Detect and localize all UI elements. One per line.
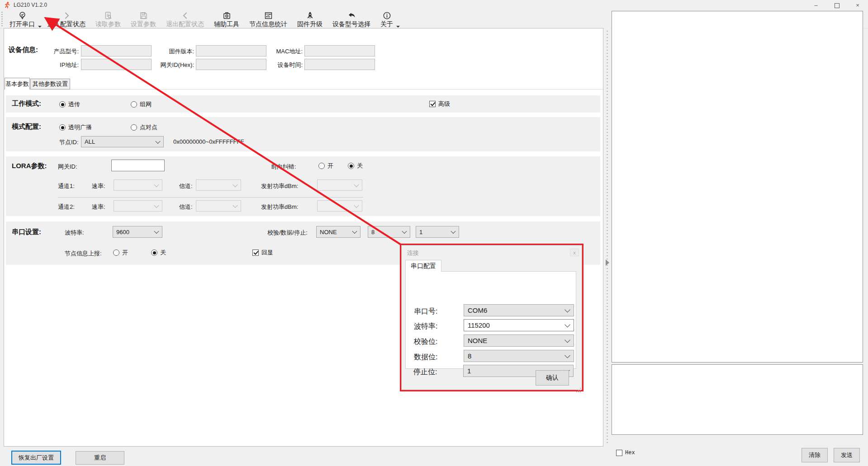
node-id-label: 节点ID: (59, 138, 79, 146)
splitter-collapse-icon[interactable] (606, 259, 609, 266)
toolbar-enter-config[interactable]: 进入配置状态 (43, 10, 90, 28)
baud-dropdown[interactable]: 9600 (113, 226, 162, 238)
info-icon (382, 11, 392, 20)
channel1-power-dropdown (317, 179, 362, 191)
toolbar-model-select[interactable]: 设备型号选择 (327, 10, 375, 28)
node-report-off-radio[interactable]: 关 (151, 249, 166, 257)
radio-transparent[interactable]: 透传 (59, 100, 80, 108)
lora-params-label: LORA参数: (12, 162, 47, 170)
checkbox-icon (429, 101, 436, 107)
toolbar-exit-config: 退出配置状态 (161, 10, 209, 28)
echo-checkbox[interactable]: 回显 (252, 249, 273, 257)
receive-log-panel (612, 11, 863, 362)
tab-other-params[interactable]: 其他参数设置 (30, 79, 70, 89)
minimize-button[interactable]: – (806, 0, 826, 10)
send-button[interactable]: 发送 (834, 448, 860, 462)
channel1-chan-dropdown (196, 179, 241, 191)
databits-dropdown[interactable]: 8 (368, 226, 410, 238)
node-id-dropdown[interactable]: ALL (81, 136, 164, 147)
lora-gateway-id-input[interactable] (111, 160, 165, 171)
field-label-device-time: 设备时间: (265, 61, 303, 69)
toolbar-node-stats[interactable]: 节点信息统计 (244, 10, 292, 28)
radio-icon (151, 249, 157, 256)
radio-networking[interactable]: 组网 (131, 100, 152, 108)
serial-config-dialog: 连接 x 串口配置 串口号: COM6 波特率: 115200 校验位: NON… (401, 245, 582, 390)
toolbar-aux-tools[interactable]: 辅助工具 (209, 10, 244, 28)
floppy-icon (139, 11, 148, 20)
titlebar: LG210 V1.2.0 – × (0, 0, 868, 10)
stopbits-dropdown[interactable]: 1 (416, 226, 459, 238)
dialog-tab-serial-config[interactable]: 串口配置 (405, 260, 441, 272)
dialog-title: 连接 (407, 249, 419, 257)
dialog-resize-grip[interactable] (580, 388, 581, 389)
mac-address-input (304, 45, 375, 56)
hex-checkbox[interactable]: Hex (616, 450, 635, 456)
splitter[interactable] (604, 28, 611, 447)
open-serial-dropdown-caret-icon[interactable] (38, 26, 42, 28)
dialog-parity-dropdown[interactable]: NONE (464, 334, 574, 347)
stats-icon (264, 11, 273, 20)
send-input-panel[interactable] (612, 364, 863, 435)
toolbar-gripper[interactable] (1, 12, 3, 26)
radio-icon (348, 163, 354, 169)
dialog-baud-label: 波特率: (414, 322, 437, 331)
fec-off-radio[interactable]: 关 (348, 162, 363, 170)
doc-search-icon (104, 11, 113, 20)
parity-data-stop-label: 校验/数据/停止: (267, 229, 308, 237)
about-dropdown-caret-icon[interactable] (396, 26, 400, 28)
channel2-label: 通道2: (58, 203, 75, 211)
product-model-input (81, 45, 152, 56)
channel2-power-dropdown (317, 200, 362, 212)
channel1-rate-dropdown (114, 179, 162, 191)
window-title: LG210 V1.2.0 (14, 2, 47, 8)
fec-on-radio[interactable]: 开 (318, 162, 333, 170)
tab-basic-params[interactable]: 基本参数 (5, 78, 30, 89)
close-icon: × (856, 2, 859, 9)
advanced-checkbox[interactable]: 高级 (429, 100, 450, 108)
fec-label: 前向纠错: (271, 163, 296, 171)
toolbar-firmware-upgrade[interactable]: 固件升级 (292, 10, 327, 28)
channel2-rate-label: 速率: (92, 203, 105, 211)
radio-icon (318, 163, 325, 169)
channel1-label: 通道1: (58, 182, 75, 190)
channel-divider (58, 197, 363, 198)
mode-config-label: 模式配置: (12, 122, 41, 131)
radio-icon (131, 101, 137, 108)
ip-address-input (81, 59, 152, 70)
clear-button[interactable]: 清除 (802, 448, 828, 462)
chevron-right-icon (62, 11, 71, 20)
toolbar-about[interactable]: 关于 (375, 10, 398, 28)
chevron-left-icon (180, 11, 190, 20)
restart-button[interactable]: 重启 (76, 451, 124, 465)
channel1-power-label: 发射功率dBm: (261, 182, 298, 190)
restore-button[interactable] (826, 0, 847, 10)
toolbar-set-params: 设置参数 (126, 10, 161, 28)
com-port-dropdown[interactable]: COM6 (464, 304, 574, 316)
checkbox-icon (252, 249, 259, 256)
channel2-chan-dropdown (196, 200, 241, 212)
minimize-icon: – (814, 2, 817, 9)
toolbar-read-params: 读取参数 (90, 10, 126, 28)
radio-icon (59, 124, 66, 131)
dialog-confirm-button[interactable]: 确认 (536, 370, 569, 386)
dialog-close-button[interactable]: x (570, 249, 579, 256)
baud-label: 波特率: (65, 229, 84, 237)
field-label-ip-address: IP地址: (31, 61, 79, 69)
dialog-parity-label: 校验位: (414, 337, 437, 347)
toolbox-icon (222, 11, 232, 20)
dialog-databits-dropdown[interactable]: 8 (464, 350, 574, 362)
dialog-close-icon: x (573, 250, 576, 255)
node-id-range-hint: 0x00000000~0xFFFFFFFF (173, 138, 244, 145)
dialog-tab-content: 串口号: COM6 波特率: 115200 校验位: NONE 数据位: 8 (405, 271, 576, 369)
parity-dropdown[interactable]: NONE (316, 226, 360, 238)
close-button[interactable]: × (847, 0, 868, 10)
radio-point-to-point[interactable]: 点对点 (131, 123, 157, 132)
radio-transparent-broadcast[interactable]: 透明广播 (59, 123, 92, 132)
toolbar-open-serial[interactable]: 打开串口 (5, 10, 40, 28)
node-report-on-radio[interactable]: 开 (113, 249, 128, 257)
factory-reset-button[interactable]: 恢复出厂设置 (11, 451, 61, 465)
dialog-baud-dropdown[interactable]: 115200 (464, 319, 574, 331)
channel2-power-label: 发射功率dBm: (261, 203, 298, 211)
restore-icon (835, 3, 840, 8)
checkbox-icon (616, 450, 622, 456)
